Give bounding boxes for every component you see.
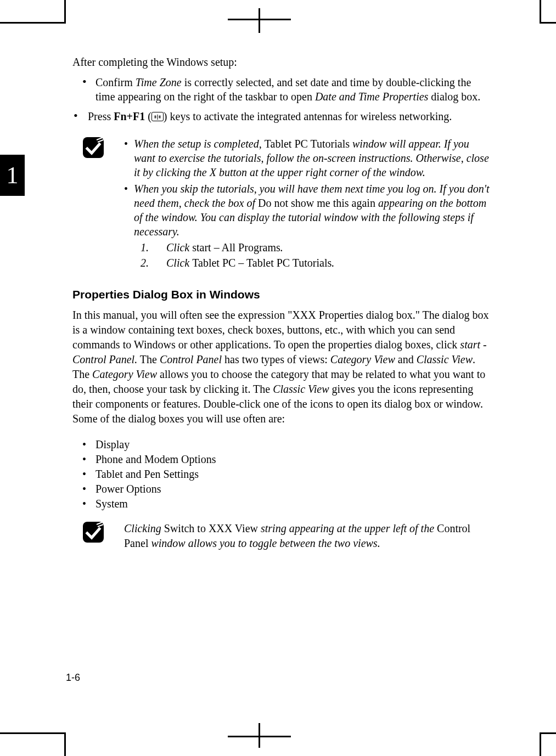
note-content: When the setup is completed, Tablet PC T… xyxy=(113,137,490,273)
crop-mark xyxy=(540,22,556,24)
text-italic: . xyxy=(332,257,334,269)
bullet-fn-f1: Press Fn+F1 () keys to activate the inte… xyxy=(72,109,490,123)
crop-mark xyxy=(259,8,260,33)
step-1: 1. Click start – All Programs. xyxy=(147,240,490,255)
note-block-tutorials: When the setup is completed, Tablet PC T… xyxy=(72,137,490,273)
text-italic: Control Panel. xyxy=(72,353,137,365)
note-block-view-toggle: Clicking Switch to XXX View string appea… xyxy=(72,521,490,551)
note-bullet-skip-tutorials: When you skip the tutorials, you will ha… xyxy=(124,182,490,270)
crop-mark xyxy=(64,0,66,24)
text: Confirm xyxy=(96,76,136,88)
text-italic: . xyxy=(280,241,283,253)
text-italic: When the setup is completed, xyxy=(134,138,265,150)
text: ( xyxy=(145,110,151,122)
step-number: 2. xyxy=(141,255,149,270)
body-paragraph: In this manual, you will often see the e… xyxy=(72,308,490,426)
crop-mark xyxy=(228,19,291,20)
list-item: Phone and Modem Options xyxy=(72,452,490,467)
text-italic: Click xyxy=(166,257,192,269)
text-italic: Click xyxy=(166,241,192,253)
note-checkbox-icon xyxy=(82,137,113,273)
text: ) keys to activate the integrated antenn… xyxy=(164,110,452,122)
note-steps: 1. Click start – All Programs. 2. Click … xyxy=(134,240,490,270)
text: In this manual, you will often see the e… xyxy=(72,309,489,351)
crop-mark xyxy=(0,732,66,734)
step-number: 1. xyxy=(141,240,149,255)
text: Do not show me this again xyxy=(258,197,378,209)
text: - xyxy=(480,338,487,351)
step-2: 2. Click Tablet PC – Tablet PC Tutorials… xyxy=(147,255,490,270)
section-heading: Properties Dialog Box in Windows xyxy=(72,288,490,301)
list-item: Tablet and Pen Settings xyxy=(72,467,490,482)
crop-mark xyxy=(228,736,291,737)
antenna-key-icon xyxy=(151,112,164,122)
text-italic: Clicking xyxy=(124,522,164,534)
text-italic: Classic View xyxy=(417,353,473,365)
chapter-number-tab: 1 xyxy=(0,155,25,196)
list-item: System xyxy=(72,497,490,511)
text-italic: start xyxy=(460,338,480,351)
crop-mark xyxy=(64,732,66,756)
text: has two types of views: xyxy=(222,353,330,365)
text-italic: string appearing at the upper left of th… xyxy=(261,522,437,534)
text: dialog box. xyxy=(428,91,480,103)
text-italic: Time Zone xyxy=(136,76,182,88)
text-italic: Classic View xyxy=(273,383,329,395)
list-item: Display xyxy=(72,437,490,452)
svg-rect-0 xyxy=(83,137,104,158)
text-italic: Category View xyxy=(330,353,395,365)
note-bullet-setup-completed: When the setup is completed, Tablet PC T… xyxy=(124,137,490,179)
text: Tablet PC – Tablet PC Tutorials xyxy=(192,257,332,269)
bullet-time-zone: Confirm Time Zone is correctly selected,… xyxy=(72,75,490,104)
text: and xyxy=(395,353,417,365)
text-italic: window allows you to toggle between the … xyxy=(151,537,380,549)
control-panel-list: Display Phone and Modem Options Tablet a… xyxy=(72,437,490,511)
crop-mark xyxy=(540,732,541,756)
text: Tablet PC Tutorials xyxy=(265,138,352,150)
note-bullet-list: When the setup is completed, Tablet PC T… xyxy=(124,137,490,270)
svg-rect-1 xyxy=(83,522,104,543)
crop-mark xyxy=(540,732,556,734)
note-checkbox-icon xyxy=(82,521,113,551)
text: start – All Programs xyxy=(192,241,280,253)
page-number: 1-6 xyxy=(66,672,80,684)
text-bold: Fn+F1 xyxy=(114,110,145,122)
text-italic: Control Panel xyxy=(160,353,222,365)
setup-bullet-list: Confirm Time Zone is correctly selected,… xyxy=(72,75,490,123)
text: The xyxy=(137,353,160,365)
text-italic: Category View xyxy=(92,368,157,380)
list-item: Power Options xyxy=(72,482,490,497)
text: Press xyxy=(88,110,114,122)
text: Switch to XXX View xyxy=(164,522,261,534)
intro-text: After completing the Windows setup: xyxy=(72,56,490,69)
note-content: Clicking Switch to XXX View string appea… xyxy=(113,521,490,551)
page-content: After completing the Windows setup: Conf… xyxy=(72,56,490,551)
text-italic: Date and Time Properties xyxy=(315,91,428,103)
crop-mark xyxy=(540,0,541,24)
crop-mark xyxy=(0,22,66,24)
